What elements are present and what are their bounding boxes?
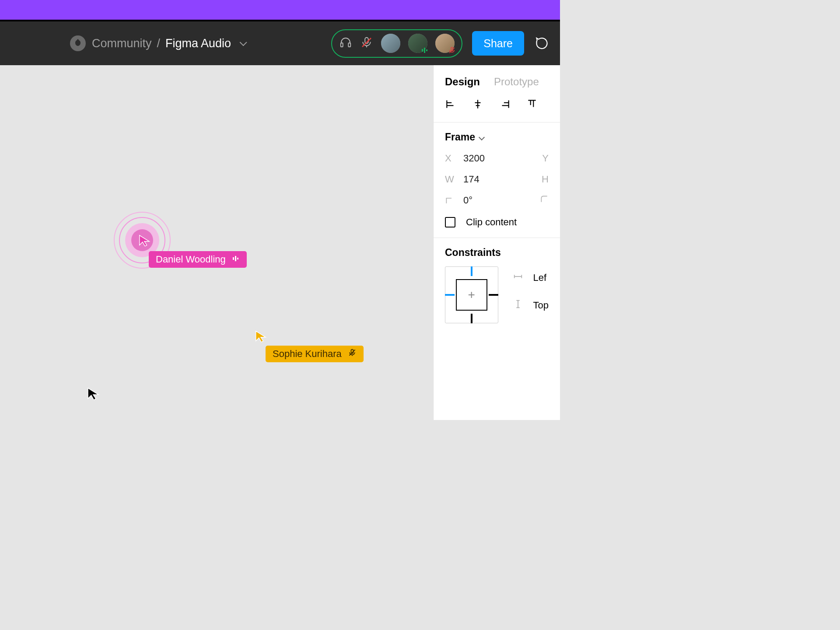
top-toolbar: Community / Figma Audio bbox=[0, 21, 560, 65]
section-frame-title[interactable]: Frame bbox=[445, 131, 475, 143]
constraint-h-value[interactable]: Lef bbox=[533, 272, 547, 284]
svg-rect-6 bbox=[426, 49, 427, 51]
team-avatar-icon[interactable] bbox=[70, 35, 86, 51]
cursor-arrow-icon bbox=[255, 330, 267, 344]
canvas-area[interactable]: Daniel Woodling Sophie Kurihara Design P… bbox=[0, 65, 560, 420]
breadcrumb-sep: / bbox=[157, 37, 161, 50]
svg-rect-0 bbox=[341, 43, 343, 47]
mic-muted-icon[interactable] bbox=[360, 36, 373, 51]
audio-call-pill[interactable] bbox=[331, 29, 462, 58]
constraint-v-value[interactable]: Top bbox=[533, 300, 549, 311]
align-left-icon[interactable] bbox=[445, 98, 456, 112]
mic-muted-icon bbox=[348, 348, 357, 360]
cursor-name-pink: Daniel Woodling bbox=[156, 254, 226, 265]
svg-rect-11 bbox=[237, 258, 238, 259]
label-w: W bbox=[445, 174, 463, 185]
vertical-icon bbox=[513, 299, 525, 311]
avatar-user-3[interactable] bbox=[435, 34, 455, 53]
banner-bar bbox=[0, 0, 560, 20]
speaking-badge-icon bbox=[420, 46, 429, 55]
breadcrumb-file[interactable]: Figma Audio bbox=[165, 37, 231, 50]
label-x: X bbox=[445, 153, 463, 164]
label-h: H bbox=[542, 174, 549, 185]
chevron-down-icon[interactable] bbox=[479, 134, 485, 140]
constraints-widget[interactable] bbox=[445, 266, 498, 323]
svg-rect-1 bbox=[349, 43, 351, 47]
headphones-icon[interactable] bbox=[339, 36, 352, 51]
user-cursor-icon bbox=[87, 387, 100, 402]
cursor-arrow-icon bbox=[138, 234, 150, 248]
clip-content-label: Clip content bbox=[466, 217, 517, 228]
align-top-icon[interactable] bbox=[526, 98, 538, 112]
tab-design[interactable]: Design bbox=[445, 76, 480, 88]
svg-rect-10 bbox=[235, 256, 236, 261]
label-y: Y bbox=[542, 153, 549, 164]
breadcrumb-team[interactable]: Community bbox=[92, 37, 152, 50]
corner-radius-icon bbox=[540, 195, 549, 206]
clip-content-checkbox[interactable] bbox=[445, 217, 455, 228]
section-constraints-title: Constraints bbox=[445, 247, 501, 259]
horizontal-icon bbox=[513, 272, 525, 284]
avatar-user-2[interactable] bbox=[408, 34, 427, 53]
cursor-label-pink: Daniel Woodling bbox=[149, 251, 247, 268]
rotation-icon bbox=[445, 196, 463, 205]
cursor-name-yellow: Sophie Kurihara bbox=[273, 348, 342, 360]
cursor-label-yellow: Sophie Kurihara bbox=[266, 346, 364, 362]
value-rotation[interactable]: 0° bbox=[463, 195, 525, 206]
align-center-h-icon[interactable] bbox=[472, 98, 483, 112]
svg-rect-4 bbox=[422, 49, 423, 52]
svg-rect-9 bbox=[233, 257, 234, 260]
chevron-down-icon[interactable] bbox=[240, 38, 247, 46]
share-button[interactable]: Share bbox=[472, 31, 524, 56]
svg-rect-5 bbox=[424, 48, 425, 53]
muted-badge-icon bbox=[448, 46, 456, 55]
value-w[interactable]: 174 bbox=[463, 174, 525, 185]
tab-prototype[interactable]: Prototype bbox=[494, 76, 539, 88]
right-panel: Design Prototype Frame X 3200 Y W 174 H bbox=[433, 65, 560, 420]
value-x[interactable]: 3200 bbox=[463, 153, 525, 164]
avatar-user-1[interactable] bbox=[381, 34, 400, 53]
speaking-bars-icon bbox=[232, 254, 240, 265]
comments-icon[interactable] bbox=[534, 35, 551, 52]
align-right-icon[interactable] bbox=[499, 98, 511, 112]
